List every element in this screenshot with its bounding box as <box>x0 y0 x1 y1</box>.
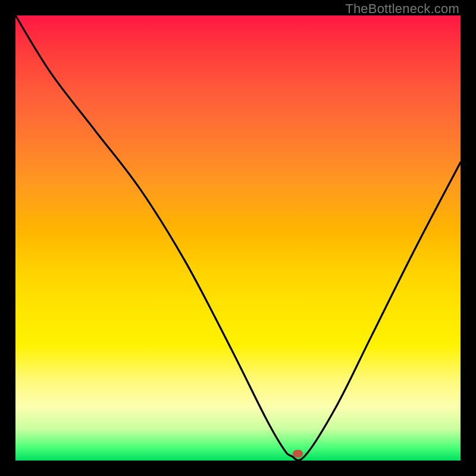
bottleneck-curve <box>15 15 461 461</box>
plot-area <box>15 15 461 461</box>
chart-frame: TheBottleneck.com <box>0 0 476 476</box>
attribution-text: TheBottleneck.com <box>345 1 459 17</box>
